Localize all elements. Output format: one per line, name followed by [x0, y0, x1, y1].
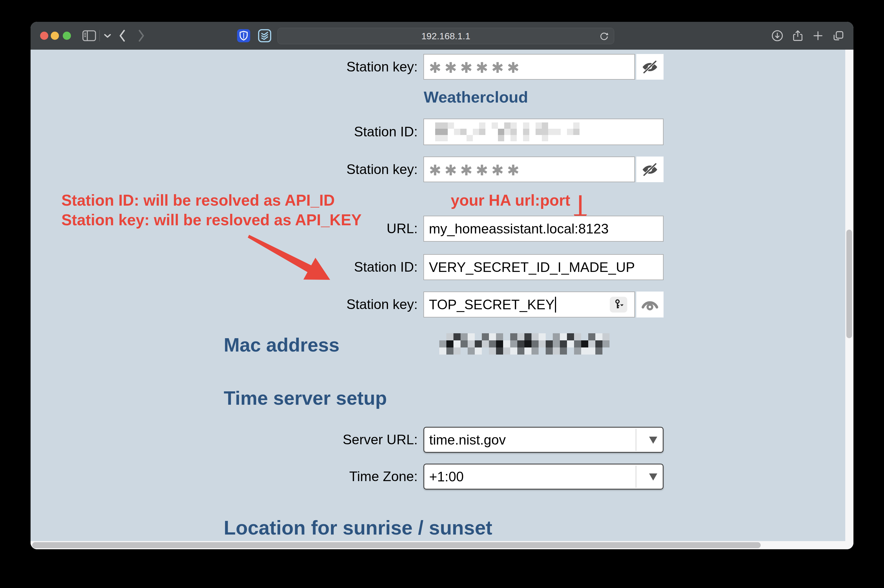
time-zone-label: Time Zone:	[200, 464, 418, 489]
ha-station-id-input[interactable]: VERY_SECRET_ID_I_MADE_UP	[423, 254, 663, 280]
share-icon	[791, 30, 804, 42]
forward-button[interactable]	[135, 22, 148, 50]
weathercloud-station-key-input[interactable]: ✱✱✱✱✱✱	[423, 156, 635, 182]
back-button[interactable]	[116, 22, 129, 50]
station-key-top-label: Station key:	[200, 54, 418, 80]
reload-icon	[599, 30, 609, 42]
weathercloud-heading: Weathercloud	[424, 88, 528, 106]
dropdown-divider	[636, 429, 636, 451]
ha-station-key-label: Station key:	[200, 291, 418, 318]
annotation-line-1: Station ID: will be resolved as API_ID	[62, 190, 362, 210]
sidebar-toggle-button[interactable]	[81, 22, 98, 50]
weathercloud-station-key-label: Station key:	[200, 156, 418, 182]
server-url-select[interactable]: time.nist.gov	[423, 427, 663, 453]
dropdown-divider	[636, 465, 636, 488]
reload-button[interactable]	[599, 30, 609, 42]
tab-overview-button[interactable]	[831, 22, 846, 50]
eye-icon	[640, 297, 659, 313]
toolbar-separator	[99, 30, 100, 42]
dropdown-arrow	[642, 465, 663, 489]
text-cursor	[555, 297, 556, 312]
station-key-top-reveal-button[interactable]	[636, 54, 663, 80]
url-value: my_homeassistant.local:8123	[429, 221, 609, 237]
url-input[interactable]: my_homeassistant.local:8123	[423, 216, 663, 242]
share-button[interactable]	[791, 22, 804, 50]
weathercloud-station-key-reveal-button[interactable]	[636, 156, 663, 182]
server-url-value: time.nist.gov	[429, 432, 506, 448]
chevron-right-icon	[137, 29, 146, 42]
password-autofill-button[interactable]	[610, 297, 627, 312]
url-label: URL:	[200, 216, 418, 242]
chevron-down-icon	[104, 33, 111, 38]
address-bar[interactable]: 192.168.1.1	[278, 28, 614, 44]
chevron-left-icon	[118, 29, 127, 42]
sidebar-icon	[82, 30, 96, 42]
plus-icon	[812, 30, 824, 42]
close-window-button[interactable]	[40, 32, 48, 40]
triangle-down-icon	[647, 435, 659, 446]
browser-window: 192.168.1.1	[30, 22, 854, 549]
zoom-window-button[interactable]	[63, 32, 71, 40]
address-text: 192.168.1.1	[421, 31, 470, 42]
masked-password-text: ✱✱✱✱✱✱	[429, 160, 522, 179]
page-content: Station key: ✱✱✱✱✱✱ Weathercloud Station…	[30, 50, 845, 541]
station-key-top-input[interactable]: ✱✱✱✱✱✱	[423, 54, 635, 80]
masked-password-text: ✱✱✱✱✱✱	[429, 57, 522, 76]
server-url-label: Server URL:	[200, 427, 418, 453]
vertical-scrollbar-thumb[interactable]	[846, 230, 852, 338]
extension-bitwarden-button[interactable]	[237, 22, 251, 50]
time-server-heading: Time server setup	[224, 387, 387, 409]
ha-station-key-input[interactable]: TOP_SECRET_KEY	[423, 291, 635, 318]
stacked-chevrons-icon	[258, 29, 272, 42]
shield-icon	[237, 29, 251, 42]
extension-chevrons-button[interactable]	[258, 22, 272, 50]
minimize-window-button[interactable]	[51, 32, 59, 40]
downloads-button[interactable]	[770, 22, 784, 50]
time-zone-select[interactable]: +1:00	[423, 464, 663, 489]
ha-station-id-value: VERY_SECRET_ID_I_MADE_UP	[429, 260, 635, 275]
dropdown-arrow	[642, 428, 663, 452]
mac-address-heading: Mac address	[224, 334, 339, 356]
tabs-icon	[832, 29, 845, 42]
download-icon	[771, 30, 783, 42]
horizontal-scrollbar-thumb[interactable]	[32, 542, 761, 548]
triangle-down-icon	[647, 471, 659, 482]
sidebar-menu-chevron[interactable]	[102, 22, 113, 50]
new-tab-button[interactable]	[811, 22, 825, 50]
location-heading: Location for sunrise / sunset	[224, 516, 492, 539]
redacted-station-id	[429, 123, 592, 141]
eye-slash-icon	[641, 59, 659, 75]
ha-station-key-reveal-button[interactable]	[636, 291, 663, 318]
weathercloud-station-id-label: Station ID:	[200, 118, 418, 145]
vertical-scrollbar-track[interactable]	[845, 50, 854, 541]
browser-toolbar: 192.168.1.1	[30, 22, 854, 50]
redacted-mac-address	[439, 333, 609, 354]
time-zone-value: +1:00	[429, 469, 464, 484]
eye-slash-icon	[641, 162, 659, 177]
ha-station-key-value: TOP_SECRET_KEY	[429, 297, 554, 312]
horizontal-scrollbar-track[interactable]	[30, 541, 854, 549]
screen: 192.168.1.1	[0, 0, 884, 588]
weathercloud-station-id-input[interactable]	[423, 118, 663, 145]
annotation-ha-url: your HA url:port	[451, 190, 570, 210]
ha-station-id-label: Station ID:	[200, 254, 418, 280]
key-icon	[612, 298, 625, 311]
